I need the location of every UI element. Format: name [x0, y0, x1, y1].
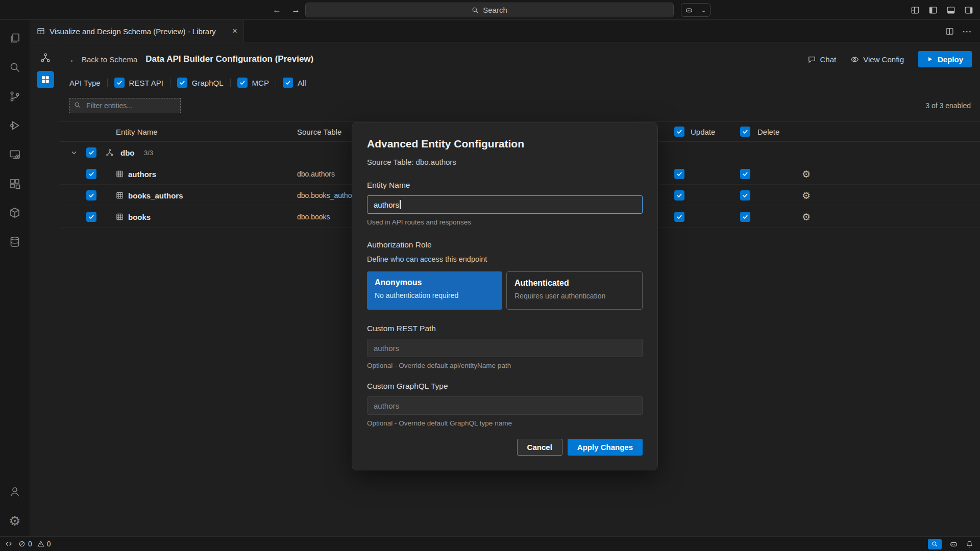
rest-api-label: REST API [129, 79, 163, 87]
cancel-button[interactable]: Cancel [517, 439, 562, 456]
anonymous-title: Anonymous [375, 278, 495, 287]
command-center-search[interactable]: Search [305, 3, 674, 17]
customize-layout-icon[interactable] [911, 6, 920, 15]
filter-rest-api[interactable]: REST API [114, 78, 163, 88]
history-nav: ← → [273, 0, 300, 20]
tab-close-icon[interactable]: × [232, 26, 237, 36]
table-designer-tool-icon[interactable] [37, 71, 54, 88]
col-delete: Delete [757, 128, 779, 136]
history-forward-button[interactable]: → [291, 5, 300, 15]
filter-mcp[interactable]: MCP [237, 78, 269, 88]
role-authenticated-card[interactable]: Authenticated Requires user authenticati… [506, 271, 643, 310]
page-title: Data API Builder Configuration (Preview) [145, 54, 313, 64]
row-checkbox[interactable] [86, 212, 96, 222]
entity-settings-icon[interactable]: ⚙ [802, 190, 811, 200]
custom-rest-path-label: Custom REST Path [367, 324, 643, 333]
deploy-button[interactable]: Deploy [918, 51, 972, 67]
delete-checkbox[interactable] [740, 190, 750, 201]
apply-changes-button[interactable]: Apply Changes [568, 439, 643, 456]
designer-side-toolbar [31, 42, 60, 536]
split-editor-icon[interactable] [945, 27, 954, 36]
problems-indicator[interactable]: 0 0 [18, 540, 51, 548]
schema-storage-icon[interactable] [3, 227, 27, 256]
page-header: ← Back to Schema Data API Builder Config… [60, 45, 980, 73]
remote-explorer-icon[interactable] [3, 140, 27, 169]
update-checkbox[interactable] [674, 169, 684, 179]
chevron-down-icon[interactable] [70, 149, 78, 156]
anonymous-subtitle: No authentication required [375, 291, 495, 299]
entity-settings-icon[interactable]: ⚙ [802, 169, 811, 179]
database-projects-icon[interactable] [3, 198, 27, 227]
delete-all-checkbox[interactable] [740, 127, 750, 137]
toggle-primary-sidebar-icon[interactable] [928, 6, 938, 15]
update-checkbox[interactable] [674, 190, 684, 201]
filter-all[interactable]: All [283, 78, 306, 88]
account-icon[interactable] [3, 477, 27, 506]
entity-name-input[interactable]: authors [367, 195, 643, 214]
activity-bar-bottom: ⚙ [3, 477, 27, 535]
custom-rest-path-input[interactable] [367, 339, 643, 357]
mcp-label: MCP [252, 79, 269, 87]
remote-indicator-icon[interactable] [5, 540, 12, 547]
explorer-icon[interactable] [3, 23, 27, 53]
row-checkbox[interactable] [86, 190, 96, 201]
chat-button[interactable]: Chat [807, 55, 837, 64]
mcp-checkbox[interactable] [237, 78, 248, 88]
eye-icon [850, 55, 859, 64]
table-icon [116, 191, 124, 199]
source-control-icon[interactable] [3, 82, 27, 111]
schema-diagram-tool-icon[interactable] [37, 49, 54, 66]
search-icon [472, 7, 479, 14]
chevron-down-icon[interactable]: ⌄ [701, 7, 706, 13]
toggle-panel-icon[interactable] [946, 6, 955, 15]
back-to-schema-button[interactable]: ← Back to Schema [69, 55, 137, 64]
activity-bar: ⚙ [0, 20, 30, 536]
more-actions-icon[interactable]: ⋯ [962, 27, 972, 36]
text-caret [400, 200, 401, 209]
filter-graphql[interactable]: GraphQL [177, 78, 224, 88]
dialog-source-table: Source Table: dbo.authors [367, 158, 643, 166]
entity-filter-wrap [69, 98, 181, 113]
play-icon [927, 56, 933, 62]
notifications-bell-icon[interactable] [966, 540, 973, 548]
view-config-button[interactable]: View Config [850, 55, 904, 64]
pill-divider [697, 6, 697, 14]
update-all-checkbox[interactable] [674, 127, 684, 137]
entity-name: books [128, 212, 151, 221]
group-checkbox[interactable] [86, 147, 96, 158]
table-icon [116, 213, 124, 220]
entity-settings-icon[interactable]: ⚙ [802, 212, 811, 221]
entity-filter-input[interactable] [69, 98, 181, 113]
tab-visualize-design-schema[interactable]: Visualize and Design Schema (Preview) - … [31, 20, 244, 42]
advanced-entity-configuration-dialog: Advanced Entity Configuration Source Tab… [352, 122, 658, 470]
divider [107, 79, 108, 87]
col-source-table: Source Table [297, 128, 341, 136]
titlebar: ← → Search ⌄ [0, 0, 980, 20]
copilot-menu[interactable]: ⌄ [681, 3, 710, 17]
copilot-status-icon[interactable] [949, 540, 958, 548]
history-back-button[interactable]: ← [273, 5, 281, 15]
all-checkbox[interactable] [283, 78, 293, 88]
delete-checkbox[interactable] [740, 169, 750, 179]
divider [170, 79, 170, 87]
custom-graphql-type-input[interactable] [367, 396, 643, 415]
rest-api-checkbox[interactable] [114, 78, 125, 88]
role-anonymous-card[interactable]: Anonymous No authentication required [367, 271, 502, 310]
delete-checkbox[interactable] [740, 212, 750, 222]
tab-bar: Visualize and Design Schema (Preview) - … [31, 20, 980, 42]
deploy-label: Deploy [938, 55, 963, 64]
zoom-status-icon[interactable] [928, 539, 942, 549]
dialog-buttons: Cancel Apply Changes [367, 439, 643, 456]
extensions-icon[interactable] [3, 169, 27, 198]
graphql-checkbox[interactable] [177, 78, 187, 88]
row-checkbox[interactable] [86, 169, 96, 179]
update-checkbox[interactable] [674, 212, 684, 222]
col-update: Update [691, 128, 715, 136]
run-debug-icon[interactable] [3, 111, 27, 140]
toggle-secondary-sidebar-icon[interactable] [964, 6, 973, 15]
error-icon [18, 540, 26, 547]
settings-gear-icon[interactable]: ⚙ [3, 506, 27, 535]
entity-name-label: Entity Name [367, 181, 643, 190]
search-sidebar-icon[interactable] [3, 53, 27, 82]
editor-actions: ⋯ [945, 20, 980, 42]
